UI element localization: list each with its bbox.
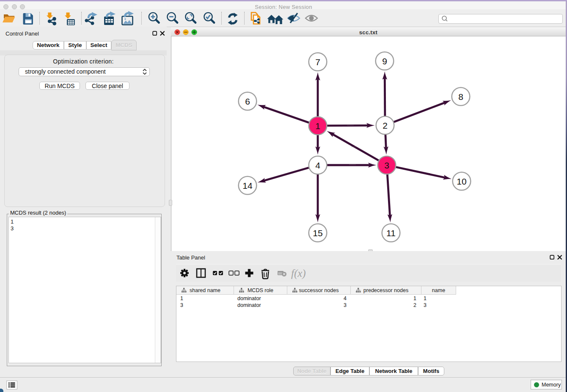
svg-text:7: 7: [315, 57, 320, 67]
svg-text:9: 9: [382, 56, 387, 66]
svg-text:6: 6: [245, 97, 250, 106]
svg-text:15: 15: [313, 228, 322, 238]
svg-text:10: 10: [457, 177, 466, 186]
svg-text:11: 11: [386, 228, 396, 238]
svg-text:2: 2: [383, 121, 388, 130]
svg-text:8: 8: [458, 92, 463, 102]
svg-text:3: 3: [384, 160, 389, 170]
svg-text:1: 1: [315, 121, 320, 131]
svg-text:14: 14: [242, 181, 253, 190]
svg-text:4: 4: [315, 160, 320, 170]
svg-text:f(x): f(x): [291, 268, 306, 279]
